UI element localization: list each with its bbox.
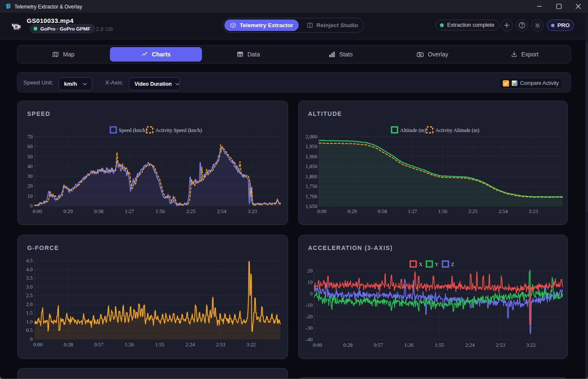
- svg-text:2:24: 2:24: [185, 342, 195, 348]
- svg-text:2:54: 2:54: [217, 208, 226, 214]
- svg-text:2:25: 2:25: [468, 208, 478, 214]
- svg-text:60: 60: [28, 143, 33, 149]
- svg-text:4.5: 4.5: [26, 258, 33, 264]
- svg-text:2.0: 2.0: [26, 301, 33, 307]
- svg-text:4.0: 4.0: [26, 267, 33, 272]
- svg-text:10: 10: [308, 279, 313, 285]
- svg-text:0:00: 0:00: [317, 208, 327, 214]
- svg-text:0:00: 0:00: [33, 342, 42, 348]
- svg-text:1,750: 1,750: [305, 183, 317, 189]
- svg-text:3:23: 3:23: [248, 208, 257, 214]
- svg-text:0: 0: [310, 291, 313, 297]
- svg-text:3:22: 3:22: [526, 342, 535, 348]
- svg-text:2:25: 2:25: [186, 208, 196, 214]
- svg-text:40: 40: [28, 163, 33, 169]
- svg-text:0.5: 0.5: [26, 327, 33, 333]
- svg-text:-30: -30: [305, 325, 313, 331]
- svg-text:1:27: 1:27: [408, 208, 417, 214]
- svg-text:0: 0: [30, 336, 33, 342]
- svg-text:0: 0: [30, 203, 33, 209]
- svg-text:0:58: 0:58: [378, 208, 387, 214]
- svg-text:3.5: 3.5: [26, 275, 33, 281]
- svg-text:-40: -40: [305, 337, 313, 343]
- svg-text:1,650: 1,650: [305, 203, 317, 209]
- svg-text:0:57: 0:57: [94, 342, 104, 348]
- svg-text:1.0: 1.0: [26, 319, 33, 325]
- svg-text:Y: Y: [435, 261, 439, 267]
- svg-text:0:00: 0:00: [313, 342, 322, 348]
- svg-text:50: 50: [28, 154, 33, 160]
- svg-text:1,950: 1,950: [305, 143, 317, 149]
- svg-text:2:24: 2:24: [465, 342, 475, 348]
- svg-text:0:00: 0:00: [33, 208, 42, 214]
- svg-text:0:58: 0:58: [94, 208, 104, 214]
- svg-text:2:54: 2:54: [498, 208, 508, 214]
- svg-text:1:26: 1:26: [404, 342, 414, 348]
- svg-text:3:23: 3:23: [529, 208, 538, 214]
- svg-text:Altitude (m): Altitude (m): [400, 127, 426, 133]
- svg-text:20: 20: [308, 268, 313, 274]
- svg-text:0:57: 0:57: [374, 342, 383, 348]
- svg-text:1,700: 1,700: [305, 194, 317, 199]
- svg-text:2.5: 2.5: [26, 292, 33, 298]
- svg-text:20: 20: [28, 183, 33, 189]
- svg-text:1,900: 1,900: [305, 154, 317, 160]
- svg-text:10: 10: [28, 193, 33, 199]
- svg-text:-10: -10: [305, 302, 313, 308]
- svg-text:1.5: 1.5: [26, 310, 33, 316]
- svg-text:1,800: 1,800: [305, 174, 317, 180]
- svg-text:1,850: 1,850: [305, 163, 317, 169]
- svg-text:1:27: 1:27: [125, 208, 134, 214]
- svg-text:30: 30: [28, 173, 33, 179]
- svg-text:3.0: 3.0: [26, 284, 33, 290]
- svg-text:2:53: 2:53: [496, 342, 505, 348]
- svg-text:1:55: 1:55: [435, 342, 444, 348]
- svg-text:1:56: 1:56: [438, 208, 447, 214]
- svg-text:0:28: 0:28: [64, 342, 73, 348]
- svg-text:Speed (km/h): Speed (km/h): [119, 127, 147, 133]
- svg-text:0:28: 0:28: [343, 342, 353, 348]
- svg-text:1:56: 1:56: [156, 208, 165, 214]
- svg-text:X: X: [419, 261, 423, 267]
- svg-text:70: 70: [28, 134, 33, 140]
- svg-text:1:55: 1:55: [155, 342, 164, 348]
- svg-text:Z: Z: [451, 261, 454, 267]
- svg-text:1:26: 1:26: [125, 342, 134, 348]
- svg-text:0:29: 0:29: [347, 208, 357, 214]
- svg-text:3:22: 3:22: [246, 342, 256, 348]
- svg-text:2:53: 2:53: [216, 342, 225, 348]
- svg-text:Activity Altitude (m): Activity Altitude (m): [435, 127, 479, 133]
- svg-text:Activity Speed (km/h): Activity Speed (km/h): [155, 127, 202, 133]
- svg-text:0:29: 0:29: [63, 208, 73, 214]
- svg-text:-20: -20: [305, 314, 313, 320]
- svg-text:2,000: 2,000: [305, 134, 317, 140]
